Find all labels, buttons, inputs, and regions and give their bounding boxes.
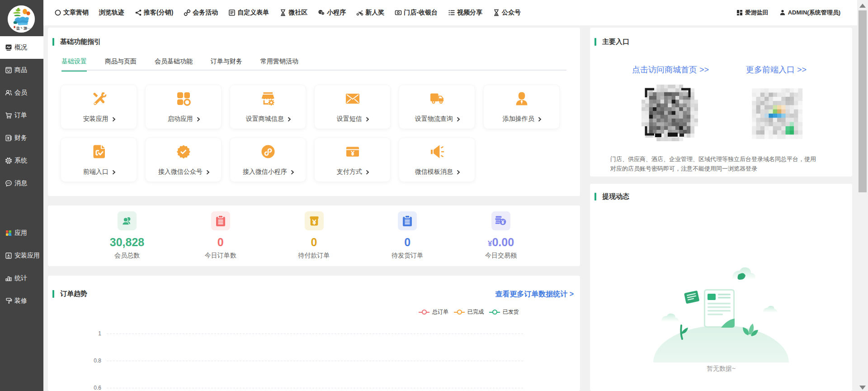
svg-text:Yantian: Yantian <box>27 27 33 29</box>
svg-text:盐丶游: 盐丶游 <box>16 26 28 30</box>
